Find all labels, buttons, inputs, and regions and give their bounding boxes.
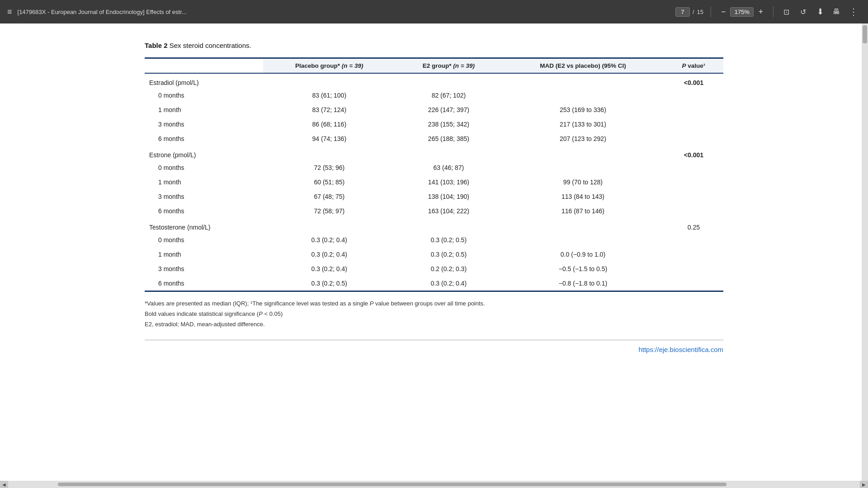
e2-value: 138 (104; 190) [396,189,502,204]
mad-value: −0.5 (−1.5 to 0.5) [502,262,664,276]
table-label: Table 2 [145,42,168,49]
e2-value: 0.2 (0.2; 0.3) [396,262,502,276]
footnote-1: *Values are presented as median (IQR); ¹… [145,299,723,309]
section-empty-cell [396,73,502,88]
e2-group-bold: E2 group* [423,62,452,69]
footnote-area: *Values are presented as median (IQR); ¹… [145,299,723,329]
mad-value [502,233,664,247]
placebo-value: 0.3 (0.2; 0.4) [263,233,396,247]
mad-value: 113 (84 to 143) [502,189,664,204]
p-value-cell: <0.001 [664,146,723,160]
e2-value: 0.3 (0.2; 0.5) [396,247,502,262]
table-row: 6 months0.3 (0.2; 0.5)0.3 (0.2; 0.4)−0.8… [145,276,723,291]
eje-url[interactable]: https://eje.bioscientifica.com [638,346,723,353]
timepoint-label: 0 months [145,233,263,247]
placebo-value: 0.3 (0.2; 0.5) [263,276,396,291]
section-empty-cell [502,73,664,88]
more-options-button[interactable]: ⋮ [846,5,861,19]
e2-value: 238 (155; 342) [396,117,502,131]
section-header-row: Estradiol (pmol/L)<0.001 [145,73,723,88]
mad-value: 217 (133 to 301) [502,117,664,131]
table-body: Estradiol (pmol/L)<0.0010 months83 (61; … [145,73,723,291]
fit-page-button[interactable]: ⊡ [781,6,792,18]
table-title: Sex steroid concentrations. [170,42,251,49]
placebo-value: 67 (48; 75) [263,189,396,204]
menu-icon[interactable]: ≡ [7,7,12,17]
e2-value: 82 (67; 102) [396,88,502,103]
timepoint-label: 1 month [145,247,263,262]
timepoint-label: 3 months [145,117,263,131]
zoom-out-button[interactable]: − [718,5,729,19]
footnote-2: Bold values indicate statistical signifi… [145,310,723,319]
history-button[interactable]: ↺ [797,6,809,18]
e2-value: 0.3 (0.2; 0.5) [396,233,502,247]
row-p-empty [664,160,723,175]
row-p-empty [664,247,723,262]
mad-value: 0.0 (−0.9 to 1.0) [502,247,664,262]
mad-text: (E2 vs placebo) (95% CI) [556,62,626,69]
mad-bold: MAD [540,62,554,69]
e2-value: 141 (103; 196) [396,175,502,189]
placebo-value: 0.3 (0.2; 0.4) [263,262,396,276]
page-navigation: / 15 [675,7,703,17]
divider2 [773,6,774,17]
col-header-pvalue: P value¹ [664,58,723,74]
timepoint-label: 1 month [145,103,263,117]
row-p-empty [664,189,723,204]
zoom-value[interactable]: 175% [730,7,754,17]
col-header-label [145,58,263,74]
table-header-row: Placebo group* (n = 39) E2 group* (n = 3… [145,58,723,74]
placebo-value: 72 (58; 97) [263,204,396,218]
p-value-label: value¹ [688,62,705,69]
section-label: Estrone (pmol/L) [145,146,263,160]
col-header-mad: MAD (E2 vs placebo) (95% CI) [502,58,664,74]
footnote-3: E2, estradiol; MAD, mean-adjusted differ… [145,320,723,329]
p-italic: P [682,62,686,69]
row-p-empty [664,131,723,146]
section-empty-cell [396,218,502,233]
bottom-rule [145,340,723,340]
section-empty-cell [263,73,396,88]
e2-value: 226 (147; 397) [396,103,502,117]
p-value-cell: <0.001 [664,73,723,88]
placebo-group-bold: Placebo group* [295,62,340,69]
section-header-row: Estrone (pmol/L)<0.001 [145,146,723,160]
mad-value [502,88,664,103]
table-caption: Table 2 Sex steroid concentrations. [145,42,723,49]
zoom-in-button[interactable]: + [755,5,766,19]
timepoint-label: 3 months [145,189,263,204]
scrollbar-thumb[interactable] [863,25,867,43]
section-empty-cell [502,218,664,233]
timepoint-label: 0 months [145,160,263,175]
placebo-value: 94 (74; 136) [263,131,396,146]
section-empty-cell [396,146,502,160]
mad-value: −0.8 (−1.8 to 0.1) [502,276,664,291]
mad-value [502,160,664,175]
timepoint-label: 0 months [145,88,263,103]
download-button[interactable]: ⬇ [814,5,826,19]
e2-value: 163 (104; 222) [396,204,502,218]
placebo-value: 83 (61; 100) [263,88,396,103]
table-row: 1 month83 (72; 124)226 (147; 397)253 (16… [145,103,723,117]
mad-value: 207 (123 to 292) [502,131,664,146]
page-number-input[interactable] [675,7,690,17]
zoom-controls: − 175% + [718,5,766,19]
p-value-cell: 0.25 [664,218,723,233]
row-p-empty [664,175,723,189]
vertical-scrollbar[interactable] [862,23,868,380]
timepoint-label: 3 months [145,262,263,276]
print-button[interactable]: 🖶 [830,6,843,18]
table-row: 3 months67 (48; 75)138 (104; 190)113 (84… [145,189,723,204]
table-row: 6 months72 (58; 97)163 (104; 222)116 (87… [145,204,723,218]
mad-value: 253 (169 to 336) [502,103,664,117]
row-p-empty [664,233,723,247]
timepoint-label: 6 months [145,131,263,146]
placebo-group-n: (n = 39) [342,62,363,69]
e2-group-n: (n = 39) [453,62,475,69]
section-empty-cell [263,146,396,160]
divider [711,6,711,17]
table-row: 0 months0.3 (0.2; 0.4)0.3 (0.2; 0.5) [145,233,723,247]
placebo-value: 86 (68; 116) [263,117,396,131]
section-label: Testosterone (nmol/L) [145,218,263,233]
e2-value: 63 (46; 87) [396,160,502,175]
